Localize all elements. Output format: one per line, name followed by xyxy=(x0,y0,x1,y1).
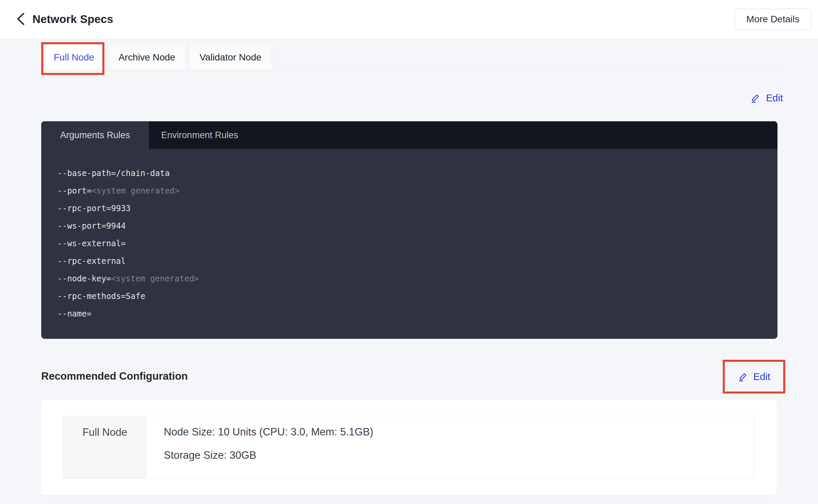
back-button[interactable] xyxy=(16,12,26,27)
node-type-tabs: Full Node Archive Node Validator Node xyxy=(43,44,275,71)
config-node-type-label: Full Node xyxy=(63,416,147,478)
edit-rules-button[interactable]: Edit xyxy=(750,91,783,105)
page-title: Network Specs xyxy=(32,13,113,26)
tab-arguments-rules[interactable]: Arguments Rules xyxy=(41,121,149,149)
argument-line: --ws-external= xyxy=(57,235,761,252)
page-header: Network Specs More Details xyxy=(0,0,818,39)
node-size-value: Node Size: 10 Units (CPU: 3.0, Mem: 5.1G… xyxy=(164,426,754,438)
rules-panel: Arguments Rules Environment Rules --base… xyxy=(41,121,777,339)
argument-line: --name= xyxy=(57,305,761,323)
arguments-rules-content: --base-path=/chain-data --port=<system g… xyxy=(41,149,777,323)
argument-line: --node-key=<system generated> xyxy=(57,270,761,287)
tab-full-node[interactable]: Full Node xyxy=(43,44,105,71)
argument-line: --rpc-external xyxy=(57,252,761,270)
pencil-icon xyxy=(738,372,748,382)
tab-environment-rules[interactable]: Environment Rules xyxy=(149,121,250,149)
edit-label: Edit xyxy=(766,93,783,104)
argument-line: --rpc-port=9933 xyxy=(57,200,761,217)
config-row-full-node: Full Node Node Size: 10 Units (CPU: 3.0,… xyxy=(63,416,755,479)
pencil-icon xyxy=(750,93,761,103)
argument-line: --port=<system generated> xyxy=(57,182,761,200)
argument-line: --base-path=/chain-data xyxy=(57,165,761,182)
storage-size-value: Storage Size: 30GB xyxy=(164,449,754,462)
tab-validator-node[interactable]: Validator Node xyxy=(189,44,272,71)
argument-line: --ws-port=9944 xyxy=(57,217,761,235)
chevron-left-icon xyxy=(16,12,26,27)
network-specs-page: Network Specs More Details Full Node Arc… xyxy=(0,0,818,504)
rules-tab-strip: Arguments Rules Environment Rules xyxy=(41,121,777,149)
recommended-configuration-heading: Recommended Configuration xyxy=(41,370,188,382)
more-details-button[interactable]: More Details xyxy=(735,9,811,30)
tab-archive-node[interactable]: Archive Node xyxy=(108,44,186,71)
config-values: Node Size: 10 Units (CPU: 3.0, Mem: 5.1G… xyxy=(147,416,754,478)
edit-configuration-button[interactable]: Edit xyxy=(738,371,770,382)
annotation-highlight-edit-configuration: Edit xyxy=(723,360,785,394)
recommended-configuration-card: Full Node Node Size: 10 Units (CPU: 3.0,… xyxy=(41,400,777,495)
argument-line: --rpc-methods=Safe xyxy=(57,287,761,305)
tabs-underline xyxy=(41,71,780,71)
edit-label: Edit xyxy=(753,371,770,382)
